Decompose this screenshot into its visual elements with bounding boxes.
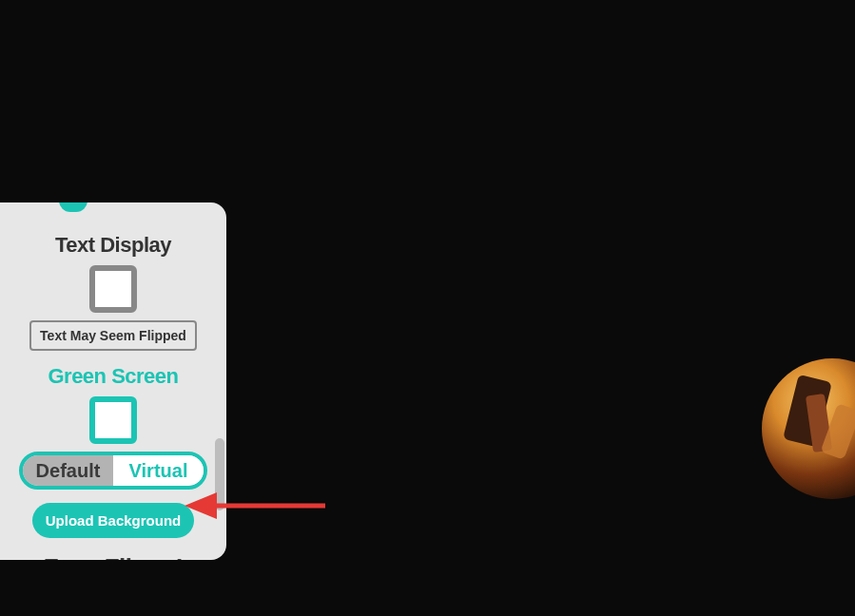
- face-filters-title: Face Filters!: [17, 553, 209, 560]
- green-screen-title: Green Screen: [17, 364, 209, 389]
- user-avatar[interactable]: [762, 358, 855, 499]
- green-screen-segmented: Default Virtual: [19, 452, 207, 490]
- text-display-checkbox[interactable]: [89, 265, 137, 313]
- text-display-title: Text Display: [17, 233, 209, 258]
- upload-background-button[interactable]: Upload Background: [32, 503, 195, 538]
- green-screen-checkbox[interactable]: [89, 396, 137, 444]
- settings-panel: Text Display Text May Seem Flipped Green…: [0, 202, 226, 560]
- panel-scrollbar[interactable]: [215, 438, 224, 510]
- segment-virtual[interactable]: Virtual: [113, 455, 204, 486]
- text-flipped-chip: Text May Seem Flipped: [29, 320, 197, 351]
- segment-default[interactable]: Default: [23, 455, 113, 486]
- green-screen-checkbox-wrap: [17, 396, 209, 444]
- toggle-sliver: [59, 202, 87, 212]
- text-display-checkbox-wrap: [17, 265, 209, 313]
